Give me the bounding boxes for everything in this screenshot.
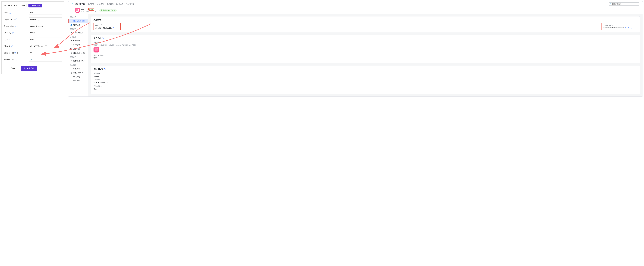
client-secret-input[interactable] (29, 51, 62, 55)
help-icon[interactable]: ? (103, 55, 105, 56)
sidebar-item-icon: ⊞ (70, 32, 72, 34)
sidebar-section-title: 应用发布 (68, 55, 88, 59)
save-exit-button[interactable]: Save & Exit (28, 4, 42, 7)
sidebar-item-label: 事件订阅 (73, 44, 80, 46)
help-icon[interactable]: ? (12, 32, 14, 34)
back-button[interactable]: ‹ (71, 9, 74, 12)
display-name-input[interactable] (29, 17, 62, 21)
sidebar-item[interactable]: ⌕日志搜索 (68, 67, 88, 71)
nav-changelog[interactable]: 更新日志 (107, 3, 114, 5)
sidebar-item[interactable]: ⊕版本管理与发布 (68, 59, 88, 63)
display-name-label: Display name ? : (4, 18, 29, 20)
sidebar-item[interactable]: 🛡安全设置 (68, 47, 88, 51)
brand[interactable]: 飞书开放平台 (71, 3, 85, 5)
app-desc-value: provider for casdoor (94, 81, 637, 83)
sidebar-section-title: 基础信息 (68, 15, 88, 19)
app-name: casdoor (81, 8, 88, 10)
nav-catalog[interactable]: 应用目录 (116, 3, 123, 5)
lark-console-panel: 飞书开放平台 集成方案 开发文档 更新日志 应用目录 开发者广场 🔍 ‹ cas… (68, 1, 643, 97)
help-doc-value: 暂无 (94, 88, 637, 90)
app-icon-hint: JPEG/PNG/SVG/BMP 格式，2 MB 以内，大于 240*240 p… (94, 44, 637, 46)
help-icon[interactable]: ? (100, 24, 102, 26)
save-button[interactable]: Save (19, 4, 27, 7)
eye-icon[interactable]: 👁 (628, 27, 629, 29)
provider-url-label: Provider URL ? : (4, 58, 29, 61)
app-subheader: ‹ casdoor 已启用 正式应用 @ 飞书个人版 ✓ 当前修改均已发布 (68, 7, 642, 14)
admin-url-value: 暂无 (94, 57, 637, 59)
app-id-box: App ID ? cli_a4269f48b4fad00c ⧉ (94, 23, 120, 30)
search-box[interactable]: 🔍 (608, 2, 640, 5)
sidebar-item[interactable]: ⚡事件订阅 (68, 43, 88, 47)
edit-icon[interactable]: ✎ (102, 37, 104, 39)
name-input[interactable] (29, 11, 62, 15)
edit-icon[interactable]: ✎ (104, 68, 106, 70)
sidebar-item-icon: 🛡 (70, 48, 72, 50)
help-icon[interactable]: ? (9, 12, 11, 14)
help-icon[interactable]: ? (611, 24, 613, 26)
search-input[interactable] (612, 3, 638, 5)
help-icon[interactable]: ? (11, 45, 13, 47)
help-icon[interactable]: ? (100, 85, 102, 87)
copy-icon[interactable]: ⧉ (113, 27, 114, 29)
copy-icon[interactable]: ⧉ (625, 27, 626, 29)
sidebar-item-icon: 👤 (70, 24, 72, 26)
app-subtitle: 正式应用 @ 飞书个人版 (81, 10, 96, 12)
sidebar-item-icon: ▥ (70, 72, 72, 74)
refresh-icon[interactable]: ↻ (630, 27, 632, 29)
sidebar-section-title: 开发配置 (68, 35, 88, 38)
nav-community[interactable]: 开发者广场 (126, 3, 134, 5)
app-status-badge: 已启用 (88, 8, 94, 10)
app-name-label: 应用名称 (94, 72, 637, 74)
sidebar-item-label: 凭证与基础信息 (73, 20, 85, 22)
save-exit-button-bottom[interactable]: Save & Exit (20, 66, 37, 71)
help-icon[interactable]: ? (14, 25, 16, 27)
save-button-bottom[interactable]: Save (8, 66, 18, 71)
top-nav: 飞书开放平台 集成方案 开发文档 更新日志 应用目录 开发者广场 🔍 (68, 1, 642, 7)
sidebar-item-label: 版本管理与发布 (73, 60, 85, 62)
nav-integration[interactable]: 集成方案 (88, 3, 94, 5)
check-icon: ✓ (101, 9, 102, 11)
sidebar-subitem[interactable]: 用户反馈 (68, 75, 88, 79)
credentials-title: 应用凭证 (94, 18, 637, 21)
client-id-label: Client ID ? : (4, 45, 29, 47)
help-icon[interactable]: ? (14, 52, 16, 54)
sidebar-subitem[interactable]: 开发质量 (68, 79, 88, 83)
sidebar-item[interactable]: ▭凭证与基础信息 (68, 19, 88, 23)
sidebar-item-icon: ☑ (70, 52, 72, 54)
i18n-card: 国际化配置 ✎ 应用名称 casdoor 应用描述 provider for c… (91, 66, 640, 94)
sidebar: 基础信息▭凭证与基础信息👤成员管理应用能力⊞添加应用能力开发配置⚙权限管理⚡事件… (68, 14, 88, 96)
category-select[interactable] (29, 31, 62, 35)
sidebar-item[interactable]: ⚙权限管理 (68, 38, 88, 43)
app-id-label: App ID (95, 24, 100, 26)
help-icon[interactable]: ? (8, 38, 10, 40)
page-title: Edit Provider (4, 4, 17, 7)
admin-url-label: 管理后台主页 (94, 54, 103, 56)
app-secret-value: ******************************** (603, 27, 624, 29)
help-icon[interactable]: ? (15, 59, 17, 60)
category-label: Category ? : (4, 32, 29, 34)
sidebar-item-icon: ▭ (70, 20, 72, 22)
app-desc-label: 应用描述 (94, 79, 637, 81)
provider-url-input[interactable]: 🔗 (29, 58, 62, 61)
organization-select[interactable] (29, 24, 62, 28)
nav-docs[interactable]: 开发文档 (97, 3, 104, 5)
main-content: 应用凭证 App ID ? cli_a4269f48b4fad00c ⧉ (88, 14, 642, 96)
publish-status-badge: ✓ 当前修改均已发布 (99, 9, 116, 12)
sidebar-item[interactable]: ☑测试企业和人员 (68, 51, 88, 55)
type-select[interactable] (29, 37, 62, 41)
sidebar-item-label: 成员管理 (73, 24, 80, 26)
client-id-input[interactable] (29, 44, 62, 48)
link-icon: 🔗 (30, 58, 32, 61)
app-icon-label: 应用图标 (94, 41, 637, 44)
app-icon-preview (94, 47, 99, 52)
sidebar-section-title: 应用能力 (68, 27, 88, 31)
sidebar-item-label: 应用质量看板 (73, 72, 83, 74)
help-icon[interactable]: ? (15, 18, 17, 20)
app-secret-box: App Secret ? ***************************… (601, 23, 637, 30)
sidebar-item-label: 日志搜索 (73, 67, 80, 70)
chevron-up-icon: ˄ (86, 72, 86, 74)
sidebar-item[interactable]: ▥应用质量看板˄ (68, 71, 88, 75)
sidebar-item[interactable]: ⊞添加应用能力 (68, 31, 88, 35)
sidebar-item[interactable]: 👤成员管理 (68, 23, 88, 27)
sidebar-item-label: 安全设置 (73, 48, 80, 50)
